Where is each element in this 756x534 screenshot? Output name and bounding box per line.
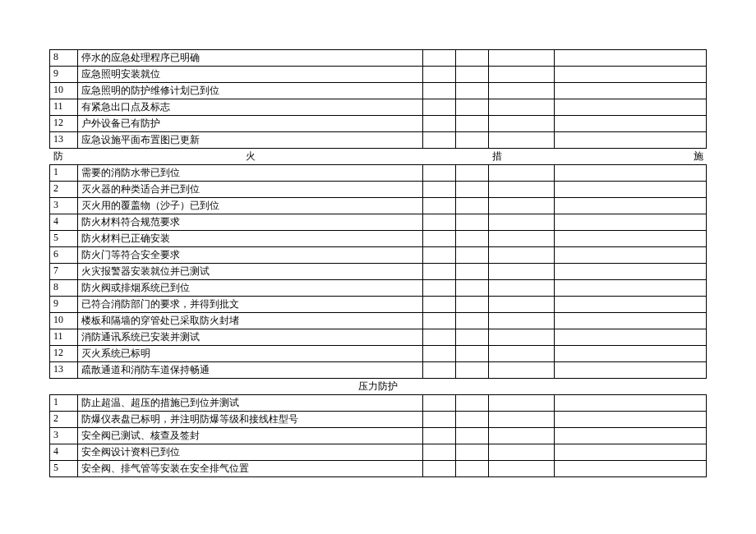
table-row: 13应急设施平面布置图已更新 (50, 132, 707, 149)
row-check2 (456, 329, 489, 346)
row-check3 (489, 346, 555, 362)
row-check3 (489, 165, 555, 182)
row-check1 (423, 264, 456, 280)
row-check2 (456, 83, 489, 99)
row-check2 (456, 395, 489, 412)
row-desc: 疏散通道和消防车道保持畅通 (78, 362, 423, 379)
row-check3 (489, 198, 555, 214)
row-check4 (555, 280, 707, 297)
checklist-table: 8停水的应急处理程序已明确9应急照明安装就位10应急照明的防护维修计划已到位11… (49, 49, 707, 477)
section-header-pressure: 压力防护 (50, 379, 707, 395)
row-check4 (555, 231, 707, 247)
row-number: 13 (50, 362, 78, 379)
row-check2 (456, 214, 489, 231)
row-check2 (456, 444, 489, 461)
row-check1 (423, 116, 456, 132)
row-number: 1 (50, 395, 78, 412)
row-check4 (555, 313, 707, 329)
table-row: 4防火材料符合规范要求 (50, 214, 707, 231)
row-desc: 灭火用的覆盖物（沙子）已到位 (78, 198, 423, 214)
row-check4 (555, 461, 707, 477)
row-check2 (456, 198, 489, 214)
row-desc: 防火阀或排烟系统已到位 (78, 280, 423, 297)
row-number: 12 (50, 346, 78, 362)
row-check4 (555, 182, 707, 198)
row-desc: 已符合消防部门的要求，并得到批文 (78, 297, 423, 313)
table-row: 9已符合消防部门的要求，并得到批文 (50, 297, 707, 313)
table-row: 6防火门等符合安全要求 (50, 247, 707, 264)
row-number: 4 (50, 214, 78, 231)
row-desc: 防火材料符合规范要求 (78, 214, 423, 231)
row-check4 (555, 132, 707, 149)
row-check1 (423, 395, 456, 412)
row-check2 (456, 247, 489, 264)
table-row: 8停水的应急处理程序已明确 (50, 50, 707, 67)
row-check2 (456, 132, 489, 149)
row-check2 (456, 346, 489, 362)
row-desc: 灭火器的种类适合并已到位 (78, 182, 423, 198)
row-check4 (555, 50, 707, 67)
table-row: 1防止超温、超压的措施已到位并测试 (50, 395, 707, 412)
row-check2 (456, 116, 489, 132)
table-row: 11有紧急出口点及标志 (50, 99, 707, 116)
row-check2 (456, 99, 489, 116)
row-check2 (456, 264, 489, 280)
row-check2 (456, 50, 489, 67)
row-number: 11 (50, 99, 78, 116)
section-header-fire: 防火措施 (50, 149, 707, 165)
row-number: 8 (50, 50, 78, 67)
row-check4 (555, 99, 707, 116)
row-number: 2 (50, 412, 78, 428)
table-row: 12户外设备已有防护 (50, 116, 707, 132)
row-check3 (489, 428, 555, 444)
table-row: 5防火材料已正确安装 (50, 231, 707, 247)
row-check4 (555, 346, 707, 362)
row-check4 (555, 362, 707, 379)
row-check2 (456, 362, 489, 379)
row-check3 (489, 412, 555, 428)
row-check3 (489, 99, 555, 116)
row-desc: 灭火系统已标明 (78, 346, 423, 362)
row-check3 (489, 116, 555, 132)
row-check3 (489, 182, 555, 198)
table-row: 2灭火器的种类适合并已到位 (50, 182, 707, 198)
table-row: 7火灾报警器安装就位并已测试 (50, 264, 707, 280)
row-check4 (555, 247, 707, 264)
row-number: 4 (50, 444, 78, 461)
row-check1 (423, 198, 456, 214)
row-check4 (555, 395, 707, 412)
row-check2 (456, 182, 489, 198)
row-desc: 防火材料已正确安装 (78, 231, 423, 247)
row-check1 (423, 329, 456, 346)
row-number: 1 (50, 165, 78, 182)
row-desc: 安全阀设计资料已到位 (78, 444, 423, 461)
row-check4 (555, 83, 707, 99)
row-check3 (489, 264, 555, 280)
row-check1 (423, 165, 456, 182)
row-check3 (489, 461, 555, 477)
row-check4 (555, 116, 707, 132)
row-check1 (423, 67, 456, 83)
row-check1 (423, 412, 456, 428)
row-desc: 应急照明的防护维修计划已到位 (78, 83, 423, 99)
row-check3 (489, 50, 555, 67)
row-desc: 应急照明安装就位 (78, 67, 423, 83)
row-number: 3 (50, 428, 78, 444)
row-number: 12 (50, 116, 78, 132)
row-check4 (555, 67, 707, 83)
row-desc: 消防通讯系统已安装并测试 (78, 329, 423, 346)
row-check3 (489, 214, 555, 231)
row-check1 (423, 444, 456, 461)
row-check3 (489, 83, 555, 99)
row-check1 (423, 99, 456, 116)
row-check2 (456, 67, 489, 83)
row-check1 (423, 182, 456, 198)
table-row: 8防火阀或排烟系统已到位 (50, 280, 707, 297)
row-check3 (489, 132, 555, 149)
row-check1 (423, 461, 456, 477)
row-check3 (489, 297, 555, 313)
row-desc: 防止超温、超压的措施已到位并测试 (78, 395, 423, 412)
row-check4 (555, 444, 707, 461)
row-number: 2 (50, 182, 78, 198)
row-check2 (456, 165, 489, 182)
